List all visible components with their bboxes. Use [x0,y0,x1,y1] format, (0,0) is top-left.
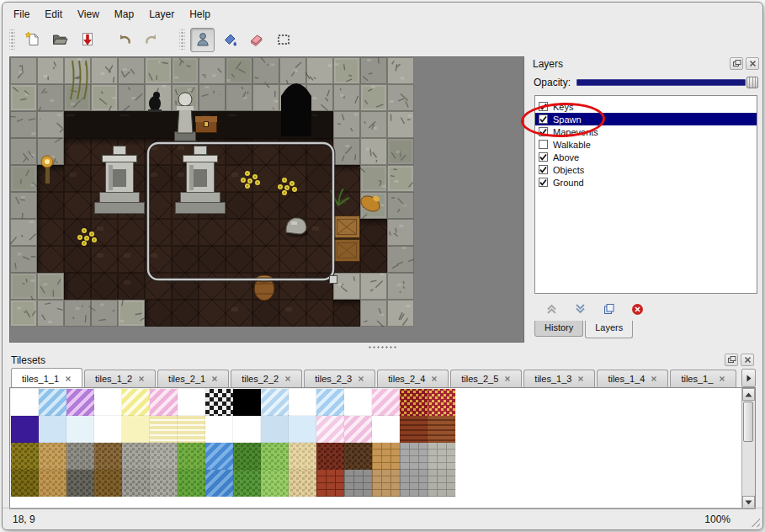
panel-tab-layers[interactable]: Layers [585,321,633,338]
tileset-scrollbar[interactable] [741,388,755,508]
tileset-tile[interactable] [205,443,233,470]
tab-close-icon[interactable] [358,375,364,382]
tileset-tile[interactable] [150,470,178,497]
tileset-tile[interactable] [94,443,122,470]
tileset-tile[interactable] [233,416,261,443]
tileset-tile[interactable] [372,443,400,470]
tileset-tile[interactable] [39,443,66,470]
tileset-tile[interactable] [94,470,122,497]
tileset-tab-tiles_2_2[interactable]: tiles_2_2 [231,370,302,387]
tileset-tile[interactable] [178,389,205,416]
tileset-tile[interactable] [289,470,316,497]
tileset-tile[interactable] [122,416,150,443]
tileset-tab-tiles_2_1[interactable]: tiles_2_1 [157,370,229,387]
tileset-tile[interactable] [150,389,178,416]
tileset-tile[interactable] [344,389,372,416]
menu-item-file[interactable]: File [6,6,37,23]
delete-layer-button[interactable] [629,301,645,317]
layer-visibility-checkbox[interactable] [539,114,548,124]
tileset-tile[interactable] [178,443,205,470]
tileset-tile[interactable] [261,416,289,443]
tileset-tile[interactable] [66,389,94,416]
menu-item-layer[interactable]: Layer [141,6,182,23]
tileset-tile[interactable] [11,416,39,443]
open-button[interactable] [47,28,72,52]
layer-row-keys[interactable]: Keys [535,100,757,113]
layer-row-objects[interactable]: Objects [535,163,757,176]
tileset-tab-tiles_1_1[interactable]: tiles_1_1 [11,368,82,387]
tab-close-icon[interactable] [719,375,725,382]
layer-visibility-checkbox[interactable] [539,152,548,162]
tab-close-icon[interactable] [431,375,438,382]
resize-grip[interactable] [747,514,760,527]
tileset-tab-tiles_1_3[interactable]: tiles_1_3 [523,370,595,387]
tileset-tile[interactable] [289,389,316,416]
rect-select-tool-button[interactable] [271,28,295,52]
horizontal-splitter[interactable] [9,343,756,352]
tileset-tile[interactable] [289,443,316,470]
layer-visibility-checkbox[interactable] [539,178,548,187]
tileset-tile[interactable] [11,443,39,470]
tileset-tile[interactable] [316,470,344,497]
tileset-tab-tiles_2_4[interactable]: tiles_2_4 [377,370,449,387]
tileset-tile[interactable] [428,470,455,497]
map-canvas[interactable] [10,57,414,327]
tileset-tile[interactable] [66,443,94,470]
tileset-tile[interactable] [39,389,66,416]
scroll-down-button[interactable] [742,496,755,508]
panel-tab-history[interactable]: History [534,321,583,337]
layer-row-ground[interactable]: Ground [535,176,757,189]
tileset-tile[interactable] [233,470,261,497]
tileset-tile[interactable] [400,443,428,470]
tileset-tile[interactable] [122,443,150,470]
tileset-tile[interactable] [205,389,233,416]
menu-item-view[interactable]: View [70,6,107,23]
menu-item-help[interactable]: Help [182,6,218,23]
tileset-tile[interactable] [178,470,205,497]
menu-item-edit[interactable]: Edit [37,6,70,23]
close-panel-button[interactable] [746,57,759,70]
tab-close-icon[interactable] [138,375,145,382]
tileset-tile[interactable] [122,389,150,416]
tileset-tile[interactable] [261,443,289,470]
tab-close-icon[interactable] [65,375,72,382]
new-map-button[interactable] [20,28,45,52]
scrollbar-thumb[interactable] [743,402,753,442]
tileset-tile[interactable] [316,416,344,443]
duplicate-layer-button[interactable] [600,301,617,317]
tileset-tile[interactable] [344,470,372,497]
tab-close-icon[interactable] [284,375,291,382]
tileset-tile[interactable] [372,416,400,443]
opacity-slider[interactable] [576,77,758,88]
stamp-tool-button[interactable] [190,28,215,52]
scroll-up-button[interactable] [742,388,755,401]
float-panel-button[interactable] [730,57,743,70]
tab-close-icon[interactable] [211,375,218,382]
layer-visibility-checkbox[interactable] [539,127,548,136]
tileset-tile[interactable] [233,389,261,416]
tileset-tile[interactable] [11,470,39,497]
tileset-tile[interactable] [261,470,289,497]
tileset-tile[interactable] [400,416,428,443]
eraser-tool-button[interactable] [244,28,268,52]
tileset-tile[interactable] [205,470,233,497]
undo-button[interactable] [112,28,136,52]
tileset-tile[interactable] [372,389,400,416]
layer-row-walkable[interactable]: Walkable [535,138,757,151]
tileset-tile[interactable] [178,416,205,443]
tab-close-icon[interactable] [651,375,657,382]
layer-row-mapevents[interactable]: Mapevents [535,125,757,138]
float-panel-button[interactable] [725,354,738,366]
tileset-grid[interactable] [11,389,455,497]
tileset-tile[interactable] [205,416,233,443]
tileset-tile[interactable] [428,389,455,416]
tileset-tab-tiles_1_2[interactable]: tiles_1_2 [84,370,156,387]
tab-close-icon[interactable] [577,375,584,382]
layer-visibility-checkbox[interactable] [539,102,548,111]
tileset-tile[interactable] [94,389,122,416]
tileset-tile[interactable] [400,389,428,416]
tileset-tile[interactable] [289,416,316,443]
tileset-tile[interactable] [428,443,455,470]
lower-layer-button[interactable] [571,301,588,317]
tileset-tile[interactable] [233,443,261,470]
